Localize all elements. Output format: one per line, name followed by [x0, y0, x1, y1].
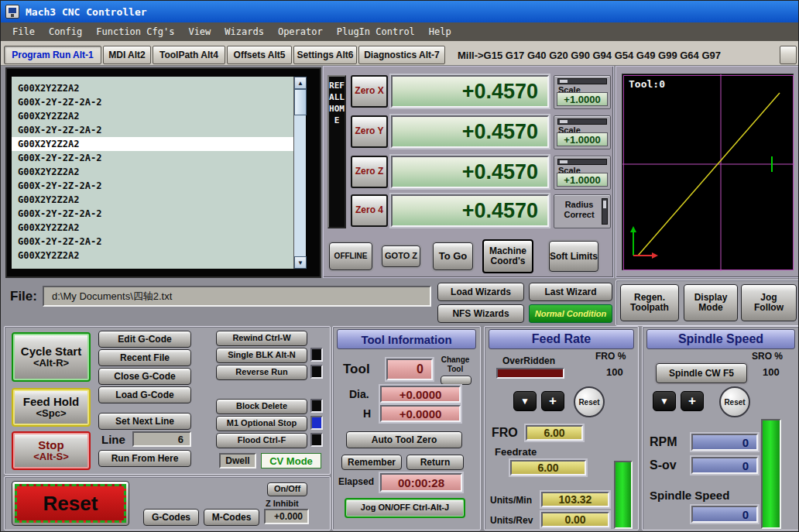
fro-decrease-icon[interactable]: ▼: [513, 391, 537, 411]
m-codes-button[interactable]: M-Codes: [204, 509, 259, 526]
z-inhibit-onoff-button[interactable]: On/Off: [267, 482, 307, 496]
tab-diagnostics[interactable]: Diagnostics Alt-7: [358, 46, 445, 64]
last-wizard-button[interactable]: Last Wizard: [529, 283, 612, 301]
y-scale-dro[interactable]: +1.0000: [557, 132, 608, 146]
return-button[interactable]: Return: [406, 455, 464, 470]
cycle-start-button[interactable]: Cycle Start <Alt-R>: [12, 332, 91, 382]
x-axis-dro[interactable]: +0.4570: [391, 75, 549, 108]
tab-mdi[interactable]: MDI Alt2: [103, 46, 151, 64]
goto-z-button[interactable]: GOTO Z: [382, 245, 420, 267]
machine-coords-button[interactable]: Machine Coord's: [482, 239, 533, 273]
x-scale-slider[interactable]: [557, 78, 607, 84]
zero-z-button[interactable]: Zero Z: [351, 156, 388, 188]
menu-function-cfgs[interactable]: Function Cfg's: [89, 24, 181, 39]
ref-all-home-button[interactable]: REF ALL HOME: [327, 75, 346, 228]
h-dro[interactable]: +0.0000: [380, 405, 461, 422]
spindle-speed-slider[interactable]: [761, 419, 781, 529]
tab-program-run[interactable]: Program Run Alt-1: [4, 46, 101, 64]
single-blk-button[interactable]: Single BLK Alt-N: [216, 348, 307, 363]
spindle-speed-dro[interactable]: 0: [691, 506, 758, 523]
screen-switch-button[interactable]: [780, 46, 797, 64]
to-go-button[interactable]: To Go: [433, 242, 473, 270]
radius-correct-box[interactable]: Radius Correct: [554, 194, 611, 228]
fro-dro[interactable]: 6.00: [526, 425, 583, 441]
gcode-listing[interactable]: G00X2Y2Z2A2 G00X-2Y-2Z-2A-2 G00X2Y2Z2A2 …: [12, 77, 293, 269]
sov-dro[interactable]: 0: [691, 457, 758, 474]
tab-offsets[interactable]: Offsets Alt5: [227, 46, 292, 64]
gcode-scrollbar[interactable]: ▲ ▼: [293, 77, 306, 269]
rewind-button[interactable]: Rewind Ctrl-W: [216, 331, 307, 346]
offline-button[interactable]: OFFLINE: [329, 242, 372, 270]
toolpath-display[interactable]: Tool:0: [622, 74, 794, 270]
x-scale-dro[interactable]: +1.0000: [557, 92, 608, 106]
gcode-line[interactable]: G00X-2Y-2Z-2A-2: [18, 179, 293, 193]
menu-wizards[interactable]: Wizards: [218, 24, 271, 39]
scrollbar-thumb[interactable]: [294, 89, 307, 115]
menu-view[interactable]: View: [181, 24, 218, 39]
fro-reset-button[interactable]: Reset: [574, 386, 605, 417]
a-axis-dro[interactable]: +0.4570: [391, 194, 549, 227]
reverse-run-button[interactable]: Reverse Run: [216, 365, 307, 380]
sro-reset-button[interactable]: Reset: [719, 386, 750, 417]
scroll-up-icon[interactable]: ▲: [294, 77, 307, 89]
zero-y-button[interactable]: Zero Y: [351, 115, 388, 148]
tab-settings[interactable]: Settings Alt6: [293, 46, 357, 64]
menu-operator[interactable]: Operator: [271, 24, 330, 39]
dia-dro[interactable]: +0.0000: [380, 386, 461, 403]
spindle-cw-button[interactable]: Spindle CW F5: [656, 363, 747, 383]
stop-button[interactable]: Stop <Alt-S>: [12, 431, 91, 470]
run-from-here-button[interactable]: Run From Here: [98, 450, 191, 467]
feed-hold-button[interactable]: Feed Hold <Spc>: [12, 388, 91, 427]
load-gcode-button[interactable]: Load G-Code: [98, 386, 191, 403]
gcode-line[interactable]: G00X2Y2Z2A2: [18, 109, 293, 123]
gcode-line[interactable]: G00X2Y2Z2A2: [18, 221, 293, 235]
gcode-line[interactable]: G00X2Y2Z2A2: [18, 193, 293, 207]
menu-config[interactable]: Config: [42, 24, 89, 39]
gcode-line[interactable]: G00X-2Y-2Z-2A-2: [18, 95, 293, 109]
edit-gcode-button[interactable]: Edit G-Code: [98, 331, 191, 348]
sro-increase-icon[interactable]: +: [681, 391, 704, 411]
soft-limits-button[interactable]: Soft Limits: [549, 241, 598, 272]
change-tool-button[interactable]: [441, 376, 472, 385]
gcode-line[interactable]: G00X2Y2Z2A2: [18, 81, 293, 95]
zero-4-button[interactable]: Zero 4: [351, 194, 388, 227]
zero-x-button[interactable]: Zero X: [351, 75, 388, 108]
menu-help[interactable]: Help: [422, 24, 458, 39]
sro-decrease-icon[interactable]: ▼: [653, 391, 676, 411]
close-gcode-button[interactable]: Close G-Code: [98, 368, 191, 385]
m1-optional-stop-button[interactable]: M1 Optional Stop: [216, 416, 307, 431]
gcode-line[interactable]: G00X2Y2Z2A2: [18, 165, 293, 179]
menu-file[interactable]: File: [5, 24, 42, 39]
auto-tool-zero-button[interactable]: Auto Tool Zero: [346, 431, 462, 448]
jog-onoff-button[interactable]: Jog ON/OFF Ctrl-Alt-J: [345, 498, 465, 518]
g-codes-button[interactable]: G-Codes: [143, 509, 199, 526]
nfs-wizards-button[interactable]: NFS Wizards: [437, 304, 524, 323]
load-wizards-button[interactable]: Load Wizards: [437, 283, 524, 301]
fro-increase-icon[interactable]: +: [541, 391, 564, 411]
z-axis-dro[interactable]: +0.4570: [391, 156, 549, 188]
tool-number-dro[interactable]: 0: [386, 359, 433, 380]
jog-follow-button[interactable]: Jog Follow: [741, 284, 797, 321]
display-mode-button[interactable]: Display Mode: [684, 284, 738, 321]
y-axis-dro[interactable]: +0.4570: [391, 115, 549, 148]
scroll-down-icon[interactable]: ▼: [294, 256, 307, 269]
z-scale-dro[interactable]: +1.0000: [557, 173, 608, 187]
reset-button[interactable]: Reset: [12, 481, 129, 526]
gcode-line[interactable]: G00X2Y2Z2A2: [18, 249, 293, 263]
y-scale-slider[interactable]: [557, 118, 607, 125]
menu-plugin-control[interactable]: PlugIn Control: [330, 24, 422, 39]
flood-button[interactable]: Flood Ctrl-F: [216, 433, 307, 448]
remember-button[interactable]: Remember: [341, 455, 402, 470]
tab-toolpath[interactable]: ToolPath Alt4: [153, 46, 225, 64]
z-scale-slider[interactable]: [557, 159, 607, 165]
file-path-field[interactable]: d:\My Documents\四轴2.txt: [43, 286, 431, 307]
z-inhibit-dro[interactable]: +0.000: [264, 509, 309, 524]
gcode-line[interactable]: G00X-2Y-2Z-2A-2: [18, 207, 293, 221]
line-number-dro[interactable]: 6: [132, 431, 191, 447]
gcode-line[interactable]: G00X-2Y-2Z-2A-2: [18, 123, 293, 137]
gcode-line[interactable]: G00X-2Y-2Z-2A-2: [18, 235, 293, 249]
set-next-line-button[interactable]: Set Next Line: [98, 413, 191, 430]
block-delete-button[interactable]: Block Delete: [216, 399, 307, 414]
regen-toolpath-button[interactable]: Regen. Toolpath: [620, 284, 679, 321]
gcode-line-current[interactable]: G00X2Y2Z2A2: [12, 137, 293, 151]
